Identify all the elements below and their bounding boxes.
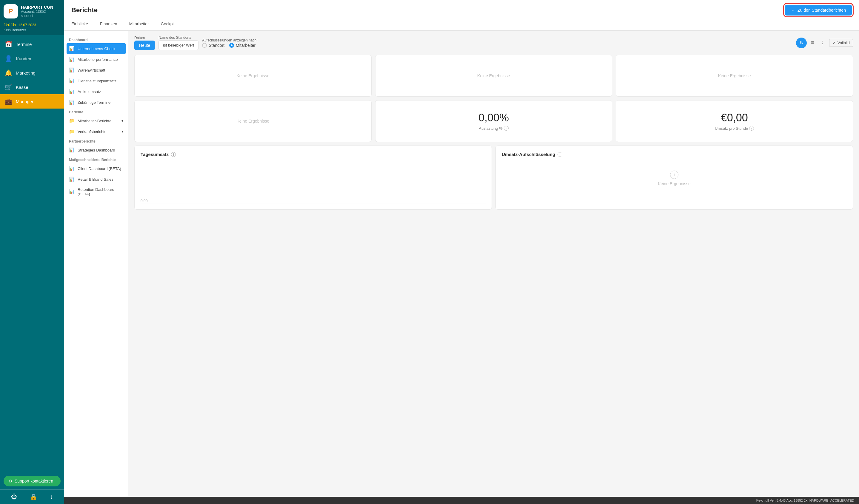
kunden-icon: 👤 (5, 55, 12, 62)
kasse-icon: 🛒 (5, 83, 12, 91)
radio-mitarbeiter[interactable]: Mitarbeiter (229, 43, 256, 48)
bottom-grid: Tagesumsatz i 0,00 Umsatz-Aufschlüsselun… (134, 145, 853, 210)
auslastung-label: Auslastung % (479, 126, 503, 131)
standardberichten-button[interactable]: ← Zu den Standardberichten (785, 5, 852, 16)
nav-label-manager: Manager (16, 99, 33, 104)
card-6-value: €0,00 Umsatz pro Stunde i (715, 112, 754, 131)
chart-icon-3: 📊 (69, 67, 75, 73)
account-info: Account: 13852 (21, 10, 53, 14)
auslastung-subtitle: Auslastung % i (479, 126, 509, 131)
umsatz-stunde-info-icon[interactable]: i (749, 126, 754, 131)
logo-area: P HAIRPORT CGN Account: 13852 support (4, 4, 61, 18)
tagesumsatz-chart: 0,00 (140, 162, 486, 203)
marketing-icon: 🔔 (5, 69, 12, 76)
tab-einblicke[interactable]: Einblicke (71, 19, 88, 30)
chart-icon-9: 📊 (69, 176, 75, 182)
header-row: Berichte ← Zu den Standardberichten (71, 5, 852, 16)
card-2: Keine Ergebnisse (375, 55, 613, 97)
umsatz-aufschluss-info-icon[interactable]: i (558, 152, 562, 157)
support-user: support (21, 14, 53, 18)
more-options-button[interactable]: ⋮ (818, 38, 826, 47)
fullscreen-icon: ⤢ (832, 41, 836, 45)
support-icon: ⚙ (9, 479, 12, 484)
manager-icon: 💼 (5, 98, 12, 105)
filter-aufschluss: Aufschlüsselungen anzeigen nach: Standor… (202, 38, 257, 48)
chart-icon-5: 📊 (69, 89, 75, 94)
date-display: 12.07.2023 (18, 23, 36, 27)
nav-item-kasse[interactable]: 🛒 Kasse (0, 80, 64, 94)
panel-item-mitarbeiter-berichte[interactable]: 📁 Mitarbeiter-Berichte ▾ (64, 115, 128, 126)
section-title-massg: Maßgeschneiderte Berichte (64, 155, 128, 163)
umsatz-stunde-subtitle: Umsatz pro Stunde i (715, 126, 754, 131)
panel-label-waren: Warenwirtschaft (78, 68, 105, 73)
chart-icon-2: 📊 (69, 57, 75, 62)
panel-label-retention: Retention Dashboard (BETA) (78, 187, 123, 196)
bottom-card-tagesumsatz: Tagesumsatz i 0,00 (134, 145, 492, 210)
panel-item-strategies[interactable]: 📊 Strategies Dashboard (64, 145, 128, 155)
date-button[interactable]: Heute (134, 41, 155, 50)
folder-icon-1: 📁 (69, 118, 75, 124)
section-title-berichte: Berichte (64, 108, 128, 115)
filter-icon-button[interactable]: ≡ (810, 38, 815, 47)
panel-item-retention[interactable]: 📊 Retention Dashboard (BETA) (64, 185, 128, 199)
tagesumsatz-label: Tagesumsatz (140, 152, 169, 157)
auslastung-info-icon[interactable]: i (504, 126, 509, 131)
support-button[interactable]: ⚙ Support kontaktieren (4, 476, 61, 486)
section-title-dashboard: Dashboard (64, 35, 128, 43)
nav-label-marketing: Marketing (16, 70, 35, 76)
tabs: Einblicke Finanzen Mitarbeiter Cockpit (71, 19, 852, 30)
toolbar-left: Datum Heute Name des Standorts ist belie… (134, 35, 258, 50)
panel-label-strategies: Strategies Dashboard (78, 148, 115, 153)
sidebar-header: P HAIRPORT CGN Account: 13852 support 15… (0, 0, 64, 35)
tab-mitarbeiter[interactable]: Mitarbeiter (129, 19, 149, 30)
card-4-empty: Keine Ergebnisse (236, 119, 269, 124)
radio-standort[interactable]: Standort (202, 43, 224, 48)
radio-circle-mitarbeiter (229, 43, 234, 48)
panel-item-artikelumsatz[interactable]: 📊 Artikelumsatz (64, 86, 128, 97)
filter-standort: Name des Standorts ist beliebiger Wert (159, 35, 198, 50)
tab-finanzen[interactable]: Finanzen (100, 19, 117, 30)
panel-item-warenwirtschaft[interactable]: 📊 Warenwirtschaft (64, 65, 128, 76)
tab-cockpit[interactable]: Cockpit (161, 19, 175, 30)
umsatz-stunde-label: Umsatz pro Stunde (715, 126, 748, 131)
toolbar-right: ↻ ≡ ⋮ ⤢ Vollbild (796, 37, 853, 48)
sidebar-footer: ⏻ 🔒 ↓ (0, 489, 64, 504)
chevron-down-icon-2: ▾ (121, 129, 123, 133)
nav-item-termine[interactable]: 📅 Termine (0, 37, 64, 51)
nav-item-kunden[interactable]: 👤 Kunden (0, 51, 64, 66)
chevron-down-icon-1: ▾ (121, 119, 123, 123)
content-area: Dashboard 📊 Unternehmens-Check 📊 Mitarbe… (64, 31, 859, 497)
time-display: 15:15 (4, 22, 16, 28)
umsatz-stunde-value: €0,00 (715, 112, 754, 124)
left-panel: Dashboard 📊 Unternehmens-Check 📊 Mitarbe… (64, 31, 129, 497)
std-btn-label: Zu den Standardberichten (798, 8, 846, 13)
panel-item-unternehmens-check[interactable]: 📊 Unternehmens-Check (66, 43, 126, 54)
tagesumsatz-info-icon[interactable]: i (171, 152, 176, 157)
lock-icon[interactable]: 🔒 (30, 493, 37, 500)
chart-icon-4: 📊 (69, 78, 75, 83)
nav-item-manager[interactable]: 💼 Manager (0, 94, 64, 109)
chart-icon-7: 📊 (69, 147, 75, 153)
chart-icon-6: 📊 (69, 99, 75, 105)
app-logo: P (4, 4, 18, 18)
panel-item-mitarbeiterperformance[interactable]: 📊 Mitarbeiterperformance (64, 54, 128, 65)
panel-item-verkaufsberichte[interactable]: 📁 Verkaufsberichte ▾ (64, 126, 128, 137)
radio-circle-standort (202, 43, 207, 48)
panel-item-retail-brand[interactable]: 📊 Retail & Brand Sales (64, 174, 128, 185)
nav-item-marketing[interactable]: 🔔 Marketing (0, 66, 64, 80)
refresh-button[interactable]: ↻ (796, 37, 807, 48)
main-content: Berichte ← Zu den Standardberichten Einb… (64, 0, 859, 504)
fullscreen-button[interactable]: ⤢ Vollbild (829, 39, 853, 47)
panel-item-zukunftige[interactable]: 📊 Zukünftige Termine (64, 97, 128, 108)
panel-label-zukunftig: Zukünftige Termine (78, 100, 110, 105)
nav-items: 📅 Termine 👤 Kunden 🔔 Marketing 🛒 Kasse 💼… (0, 35, 64, 473)
chart-icon-8: 📊 (69, 166, 75, 171)
download-icon[interactable]: ↓ (50, 493, 53, 500)
standort-select[interactable]: ist beliebiger Wert (159, 40, 198, 50)
nav-label-termine: Termine (16, 42, 32, 47)
panel-item-client-dashboard[interactable]: 📊 Client Dashboard (BETA) (64, 163, 128, 174)
power-icon[interactable]: ⏻ (11, 493, 17, 500)
umsatz-aufschluss-title: Umsatz-Aufschlüsselung i (502, 152, 847, 157)
card-3: Keine Ergebnisse (616, 55, 853, 97)
panel-item-dienstleistungsumsatz[interactable]: 📊 Dienstleistungsumsatz (64, 76, 128, 86)
